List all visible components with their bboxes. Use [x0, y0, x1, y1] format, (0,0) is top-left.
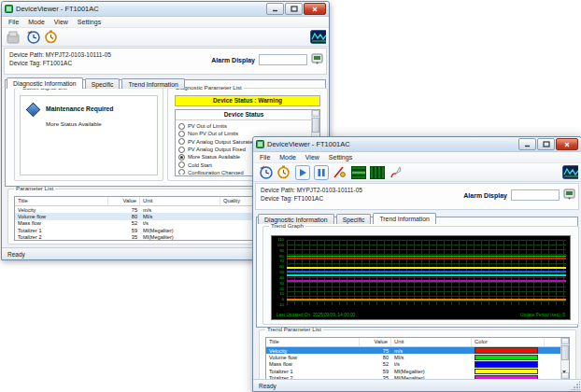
stopwatch-icon[interactable] — [276, 165, 291, 180]
start-trend-icon[interactable] — [294, 165, 310, 180]
menu-settings[interactable]: Settings — [324, 153, 357, 161]
menu-settings[interactable]: Settings — [73, 18, 106, 26]
device-time-icon[interactable] — [257, 165, 273, 180]
scroll-up-icon[interactable] — [312, 110, 319, 117]
tab-strip: Diagnostic InformationSpecificTrend Info… — [253, 211, 581, 224]
vertical-grid-icon[interactable] — [369, 165, 385, 180]
menu-file[interactable]: File — [255, 153, 275, 161]
title-bar[interactable]: DeviceViewer - FT1001AC — [253, 137, 581, 152]
resize-grip[interactable] — [571, 381, 580, 390]
device-info-panel: Device Path: MYPJT2-0103-10111-05 Device… — [255, 183, 579, 210]
menu-mode[interactable]: Mode — [275, 153, 301, 161]
alarm-display-field[interactable] — [259, 54, 307, 65]
tab-trend-information[interactable]: Trend Information — [373, 213, 435, 224]
table-body: Velocity75m/sVolume flow80Ml/sMass flow5… — [266, 347, 561, 380]
trend-graph[interactable]: 1101009080706050403020100-10 Last Update… — [271, 235, 571, 320]
col-value[interactable]: Value — [108, 197, 140, 205]
scroll-down-icon[interactable] — [561, 372, 569, 379]
table-row[interactable]: Mass flow52t/s — [266, 361, 561, 368]
marker-pen-icon[interactable] — [332, 165, 347, 180]
menu-view[interactable]: View — [50, 18, 73, 26]
menu-file[interactable]: File — [4, 18, 23, 26]
maximize-button[interactable] — [285, 3, 303, 15]
y-tick-label: 0 — [282, 298, 284, 301]
y-tick-label: 110 — [277, 238, 284, 242]
color-swatch — [475, 347, 538, 354]
y-tick-label: 100 — [277, 244, 284, 247]
window-title: DeviceViewer - FT1001AC — [16, 5, 99, 13]
upload-icon[interactable] — [6, 30, 21, 45]
alarm-display-label: Alarm Display — [463, 192, 507, 199]
menu-bar: FileModeViewSettings — [2, 17, 329, 28]
y-tick-label: 30 — [279, 282, 284, 286]
pause-trend-icon[interactable] — [313, 165, 329, 180]
y-tick-label: 20 — [279, 287, 284, 290]
radio-icon — [178, 169, 185, 175]
col-title[interactable]: Title — [15, 197, 108, 205]
scroll-up-icon[interactable] — [561, 338, 569, 344]
stopwatch-icon[interactable] — [43, 30, 59, 45]
status-radio-item[interactable]: PV Out of Limits — [178, 122, 310, 130]
maintenance-required-icon — [26, 103, 41, 118]
horizontal-grid-icon[interactable] — [350, 165, 366, 180]
alarm-display-field[interactable] — [511, 189, 560, 201]
close-button[interactable] — [556, 138, 578, 150]
waveform-icon[interactable] — [310, 29, 326, 44]
y-tick-label: 90 — [279, 249, 284, 253]
tab-specific[interactable]: Specific — [85, 78, 120, 89]
trend-line-volume-flow — [287, 256, 566, 258]
radio-icon — [178, 123, 185, 130]
tab-diagnostic-information[interactable]: Diagnostic Information — [7, 77, 83, 89]
table-row[interactable]: Velocity75m/s — [266, 347, 561, 354]
tab-diagnostic-information[interactable]: Diagnostic Information — [258, 214, 334, 224]
plot-area — [287, 240, 566, 305]
col-title[interactable]: Title — [266, 338, 360, 346]
scrollbar[interactable] — [560, 338, 569, 379]
device-status-header: Device Status — [176, 110, 312, 120]
col-value[interactable]: Value — [360, 338, 391, 346]
minimize-button[interactable] — [266, 3, 284, 15]
status-signal-list[interactable]: Maintenance Required More Status Availab… — [20, 95, 158, 175]
alarm-monitor-icon[interactable] — [311, 51, 323, 68]
trend-parameter-table: Title Value Unit Color Velocity75m/sVolu… — [265, 337, 570, 380]
report-pen-icon[interactable] — [388, 165, 404, 180]
device-time-icon[interactable] — [24, 30, 40, 45]
toolbar — [2, 28, 329, 47]
table-row[interactable]: Totalizer 159Ml(Megaliter) — [266, 368, 561, 374]
window-title: DeviceViewer - FT1001AC — [267, 140, 350, 148]
y-tick-label: 80 — [279, 254, 284, 258]
minimize-button[interactable] — [518, 138, 536, 150]
col-unit[interactable]: Unit — [391, 338, 472, 346]
maximize-button[interactable] — [537, 138, 555, 150]
front-window: DeviceViewer - FT1001AC FileModeViewSett… — [252, 136, 581, 392]
scroll-thumb[interactable] — [312, 118, 319, 133]
trend-graph-group: Trend Graph 1101009080706050403020100-10… — [262, 226, 579, 325]
col-unit[interactable]: Unit — [140, 197, 220, 205]
trend-line-mass-flow — [287, 271, 566, 273]
color-swatch — [475, 369, 538, 375]
tab-specific[interactable]: Specific — [336, 214, 372, 224]
y-tick-label: 50 — [279, 271, 284, 274]
alarm-display-label: Alarm Display — [211, 57, 255, 63]
status-text: Ready — [259, 383, 276, 389]
trend-line-totalizer-2 — [287, 280, 566, 282]
scroll-thumb[interactable] — [561, 345, 569, 360]
color-swatch — [475, 355, 538, 361]
col-color[interactable]: Color — [472, 338, 545, 346]
y-tick-label: 40 — [279, 276, 284, 280]
status-text: Ready — [7, 251, 25, 258]
alarm-monitor-icon[interactable] — [563, 187, 575, 203]
trend-line-velocity — [287, 258, 566, 259]
waveform-icon[interactable] — [562, 164, 578, 179]
radio-icon — [178, 138, 185, 145]
tab-trend-information[interactable]: Trend Information — [121, 78, 184, 89]
radio-icon — [178, 154, 185, 161]
y-tick-label: -10 — [278, 303, 284, 307]
title-bar[interactable]: DeviceViewer - FT1001AC — [2, 2, 329, 17]
table-header[interactable]: Title Value Unit Color — [266, 338, 561, 347]
menu-view[interactable]: View — [301, 153, 324, 161]
menu-mode[interactable]: Mode — [23, 18, 50, 26]
status-primary: Maintenance Required — [46, 105, 114, 112]
table-row[interactable]: Volume flow80Ml/s — [266, 354, 561, 360]
close-button[interactable] — [304, 3, 326, 15]
